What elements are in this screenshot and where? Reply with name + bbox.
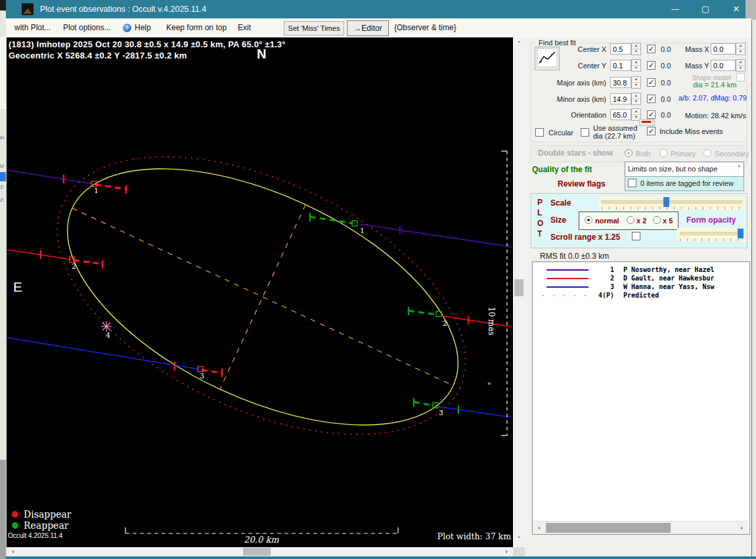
check-icon: ✓ — [648, 61, 654, 70]
center-y-checkbox[interactable]: ✓ — [647, 61, 656, 70]
close-button[interactable]: ✕ — [726, 2, 747, 16]
center-x-input[interactable] — [610, 43, 631, 55]
form-opacity-slider[interactable] — [677, 228, 745, 241]
observer3-number: 3 — [594, 282, 614, 291]
spin-down-icon[interactable]: ▼ — [632, 83, 640, 88]
observer1-name: P Nosworthy, near Hazel — [623, 265, 714, 274]
scroll-left-arrow[interactable]: ‹ — [535, 524, 543, 533]
legend-disappear-label: Disappear — [24, 509, 71, 520]
plot-canvas — [7, 37, 513, 547]
background-window-corner — [0, 0, 6, 11]
chord3-line — [7, 338, 199, 369]
plot-letter-t: T — [537, 229, 542, 238]
spin-down-icon[interactable]: ▼ — [736, 49, 745, 55]
background-fragment: In — [0, 135, 5, 141]
include-miss-checkbox[interactable]: ✓ — [647, 127, 656, 135]
spin-down-icon[interactable]: ▼ — [736, 66, 745, 71]
minor-axis-spinner[interactable]: ▲▼ — [631, 93, 641, 105]
menu-help[interactable]: Help — [135, 23, 151, 32]
observer-list-scrollbar[interactable]: ‹ › — [533, 521, 748, 534]
spin-up-icon[interactable]: ▲ — [736, 43, 745, 49]
check-icon: ✓ — [648, 95, 654, 103]
editor-button[interactable]: →Editor — [347, 20, 389, 36]
scroll-range-checkbox[interactable] — [632, 232, 640, 240]
spin-up-icon[interactable]: ▲ — [632, 60, 640, 66]
center-y-input[interactable] — [610, 60, 631, 71]
chord3-line — [438, 407, 511, 417]
observer3-name: W Hanna, near Yass, Nsw — [623, 282, 714, 291]
scroll-left-arrow[interactable]: ‹ — [9, 547, 17, 556]
spin-up-icon[interactable]: ▲ — [632, 109, 640, 115]
center-x-spinner[interactable]: ▲▼ — [631, 43, 641, 55]
minor-axis-line — [220, 205, 305, 389]
menu-keep-on-top[interactable]: Keep form on top — [166, 23, 227, 32]
size-x5-radio[interactable] — [653, 216, 661, 224]
minor-axis-checkbox[interactable]: ✓ — [647, 95, 656, 103]
set-miss-times-button[interactable]: Set 'Miss' Times — [284, 21, 344, 35]
minor-axis-input[interactable] — [610, 93, 631, 104]
find-fit-button[interactable] — [535, 47, 560, 70]
scale-slider-thumb[interactable] — [663, 197, 669, 207]
maximize-button[interactable]: ▢ — [695, 2, 716, 16]
minimize-button[interactable]: — — [665, 2, 686, 16]
size-radio-group: normal x 2 x 5 — [579, 212, 678, 230]
center-x-checkbox[interactable]: ✓ — [647, 45, 656, 53]
scroll-up-arrow[interactable]: ˄ — [515, 40, 523, 49]
double-both-radio[interactable] — [625, 149, 633, 157]
spin-down-icon[interactable]: ▼ — [632, 66, 640, 71]
orientation-checkbox[interactable]: ✓ — [647, 110, 656, 119]
rms-fit-label: RMS fit 0.0 ±0.3 km — [540, 252, 609, 261]
size-x2-radio[interactable] — [627, 216, 634, 224]
scrollbar-thumb[interactable] — [546, 523, 671, 533]
menu-exit[interactable]: Exit — [238, 23, 251, 32]
mass-y-input[interactable] — [711, 60, 736, 71]
double-primary-radio[interactable] — [659, 149, 667, 157]
size-x2-label: x 2 — [636, 217, 646, 225]
chord1-disappear-label: 1 — [94, 187, 99, 195]
spin-up-icon[interactable]: ▲ — [632, 93, 640, 99]
major-axis-checkbox[interactable]: ✓ — [647, 78, 656, 87]
circular-checkbox[interactable] — [535, 128, 544, 137]
review-flags-checkbox[interactable] — [628, 179, 636, 187]
scrollbar-thumb[interactable] — [514, 279, 523, 296]
plot-vertical-scrollbar[interactable]: ˄ ˅ — [513, 37, 525, 547]
spin-down-icon[interactable]: ▼ — [632, 49, 640, 55]
plot-horizontal-scrollbar[interactable]: ‹ › — [7, 547, 513, 556]
size-normal-radio[interactable] — [585, 216, 592, 224]
mass-x-input[interactable] — [711, 43, 736, 55]
plot-letter-p: P — [537, 198, 543, 207]
scroll-right-arrow[interactable]: › — [738, 524, 745, 533]
spin-up-icon[interactable]: ▲ — [736, 60, 745, 66]
spin-down-icon[interactable]: ▼ — [632, 99, 640, 104]
spin-up-icon[interactable]: ▲ — [632, 43, 640, 49]
chord3-disappear-label: 3 — [200, 372, 204, 380]
observer2-number: 2 — [594, 274, 614, 282]
menu-observer-time[interactable]: {Observer & time} — [394, 23, 456, 32]
draw-color-swatch[interactable] — [639, 119, 655, 126]
observer-list[interactable]: 1 P Nosworthy, near Hazel 2 D Gault, nea… — [532, 261, 750, 535]
menu-plot-options[interactable]: Plot options... — [63, 23, 111, 32]
use-assumed-checkbox[interactable] — [581, 128, 589, 137]
orientation-input[interactable] — [610, 109, 631, 120]
form-opacity-slider-thumb[interactable] — [738, 229, 744, 238]
quality-dropdown[interactable]: Limits on size, but no shape ˅ — [625, 162, 744, 177]
spin-up-icon[interactable]: ▲ — [632, 77, 640, 83]
scroll-right-arrow[interactable]: › — [502, 547, 510, 556]
mass-x-spinner[interactable]: ▲▼ — [736, 43, 745, 55]
review-flags-value: 0 items are tagged for review — [640, 179, 734, 187]
background-window-sliver: In U 2: 2: — [0, 0, 6, 559]
center-y-spinner[interactable]: ▲▼ — [631, 59, 641, 72]
scrollbar-thumb[interactable] — [243, 548, 271, 556]
major-axis-input[interactable] — [610, 77, 631, 88]
window-right-border — [751, 20, 756, 556]
scale-slider[interactable] — [599, 196, 745, 210]
circular-label: Circular — [548, 129, 573, 137]
shape-model-checkbox[interactable] — [736, 73, 745, 81]
double-secondary-radio[interactable] — [703, 149, 711, 157]
major-axis-spinner[interactable]: ▲▼ — [631, 76, 641, 89]
mass-y-spinner[interactable]: ▲▼ — [736, 59, 745, 72]
plot-area[interactable]: (1813) Imhotep 2025 Oct 20 30.8 ±0.5 x 1… — [7, 37, 513, 547]
menu-with-plot[interactable]: with Plot... — [14, 23, 51, 32]
scroll-down-arrow[interactable]: ˅ — [515, 535, 523, 545]
shape-ellipse — [29, 116, 496, 478]
